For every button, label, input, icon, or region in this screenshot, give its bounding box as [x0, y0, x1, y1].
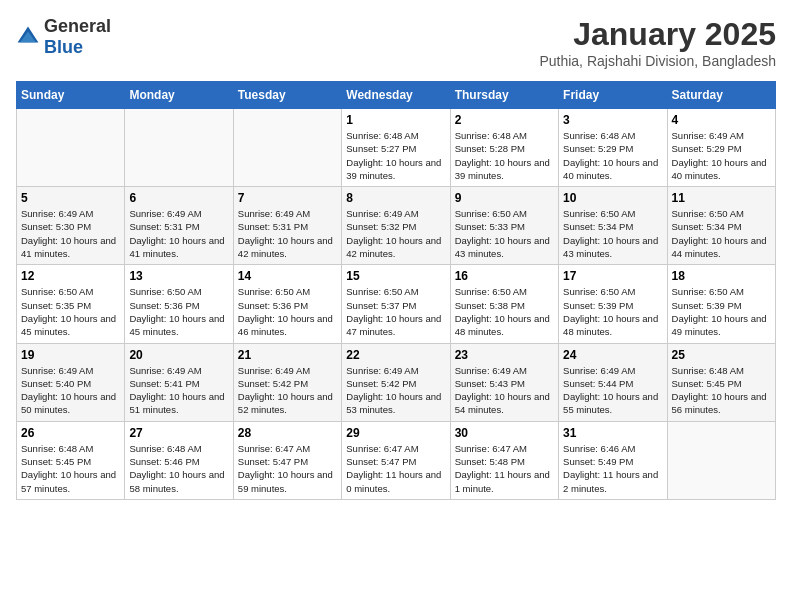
day-number: 23: [455, 348, 554, 362]
day-cell: 20Sunrise: 6:49 AM Sunset: 5:41 PM Dayli…: [125, 343, 233, 421]
day-number: 29: [346, 426, 445, 440]
day-number: 27: [129, 426, 228, 440]
day-cell: 31Sunrise: 6:46 AM Sunset: 5:49 PM Dayli…: [559, 421, 667, 499]
day-number: 7: [238, 191, 337, 205]
day-cell: 6Sunrise: 6:49 AM Sunset: 5:31 PM Daylig…: [125, 187, 233, 265]
title-area: January 2025 Puthia, Rajshahi Division, …: [539, 16, 776, 69]
day-cell: 3Sunrise: 6:48 AM Sunset: 5:29 PM Daylig…: [559, 109, 667, 187]
header-sunday: Sunday: [17, 82, 125, 109]
day-info: Sunrise: 6:49 AM Sunset: 5:42 PM Dayligh…: [346, 364, 445, 417]
day-info: Sunrise: 6:50 AM Sunset: 5:36 PM Dayligh…: [238, 285, 337, 338]
day-info: Sunrise: 6:50 AM Sunset: 5:39 PM Dayligh…: [563, 285, 662, 338]
day-info: Sunrise: 6:47 AM Sunset: 5:47 PM Dayligh…: [346, 442, 445, 495]
day-cell: [17, 109, 125, 187]
day-info: Sunrise: 6:49 AM Sunset: 5:31 PM Dayligh…: [129, 207, 228, 260]
week-row-5: 26Sunrise: 6:48 AM Sunset: 5:45 PM Dayli…: [17, 421, 776, 499]
day-number: 20: [129, 348, 228, 362]
day-number: 26: [21, 426, 120, 440]
day-info: Sunrise: 6:48 AM Sunset: 5:28 PM Dayligh…: [455, 129, 554, 182]
day-number: 17: [563, 269, 662, 283]
calendar-header-row: SundayMondayTuesdayWednesdayThursdayFrid…: [17, 82, 776, 109]
day-number: 15: [346, 269, 445, 283]
location: Puthia, Rajshahi Division, Bangladesh: [539, 53, 776, 69]
day-cell: 26Sunrise: 6:48 AM Sunset: 5:45 PM Dayli…: [17, 421, 125, 499]
header-thursday: Thursday: [450, 82, 558, 109]
day-number: 12: [21, 269, 120, 283]
day-cell: 1Sunrise: 6:48 AM Sunset: 5:27 PM Daylig…: [342, 109, 450, 187]
day-info: Sunrise: 6:49 AM Sunset: 5:32 PM Dayligh…: [346, 207, 445, 260]
day-cell: 15Sunrise: 6:50 AM Sunset: 5:37 PM Dayli…: [342, 265, 450, 343]
day-number: 25: [672, 348, 771, 362]
week-row-3: 12Sunrise: 6:50 AM Sunset: 5:35 PM Dayli…: [17, 265, 776, 343]
day-info: Sunrise: 6:48 AM Sunset: 5:27 PM Dayligh…: [346, 129, 445, 182]
day-number: 3: [563, 113, 662, 127]
day-info: Sunrise: 6:50 AM Sunset: 5:34 PM Dayligh…: [672, 207, 771, 260]
day-info: Sunrise: 6:49 AM Sunset: 5:31 PM Dayligh…: [238, 207, 337, 260]
day-cell: 16Sunrise: 6:50 AM Sunset: 5:38 PM Dayli…: [450, 265, 558, 343]
day-number: 6: [129, 191, 228, 205]
day-info: Sunrise: 6:47 AM Sunset: 5:47 PM Dayligh…: [238, 442, 337, 495]
day-cell: 25Sunrise: 6:48 AM Sunset: 5:45 PM Dayli…: [667, 343, 775, 421]
week-row-1: 1Sunrise: 6:48 AM Sunset: 5:27 PM Daylig…: [17, 109, 776, 187]
day-info: Sunrise: 6:50 AM Sunset: 5:35 PM Dayligh…: [21, 285, 120, 338]
day-cell: 30Sunrise: 6:47 AM Sunset: 5:48 PM Dayli…: [450, 421, 558, 499]
day-info: Sunrise: 6:49 AM Sunset: 5:42 PM Dayligh…: [238, 364, 337, 417]
day-number: 11: [672, 191, 771, 205]
day-number: 31: [563, 426, 662, 440]
week-row-2: 5Sunrise: 6:49 AM Sunset: 5:30 PM Daylig…: [17, 187, 776, 265]
day-info: Sunrise: 6:49 AM Sunset: 5:30 PM Dayligh…: [21, 207, 120, 260]
day-info: Sunrise: 6:49 AM Sunset: 5:41 PM Dayligh…: [129, 364, 228, 417]
day-number: 13: [129, 269, 228, 283]
day-info: Sunrise: 6:48 AM Sunset: 5:46 PM Dayligh…: [129, 442, 228, 495]
day-cell: 23Sunrise: 6:49 AM Sunset: 5:43 PM Dayli…: [450, 343, 558, 421]
header-monday: Monday: [125, 82, 233, 109]
day-number: 9: [455, 191, 554, 205]
day-cell: 13Sunrise: 6:50 AM Sunset: 5:36 PM Dayli…: [125, 265, 233, 343]
header-wednesday: Wednesday: [342, 82, 450, 109]
day-cell: 29Sunrise: 6:47 AM Sunset: 5:47 PM Dayli…: [342, 421, 450, 499]
day-number: 4: [672, 113, 771, 127]
day-cell: 28Sunrise: 6:47 AM Sunset: 5:47 PM Dayli…: [233, 421, 341, 499]
header-tuesday: Tuesday: [233, 82, 341, 109]
day-info: Sunrise: 6:50 AM Sunset: 5:37 PM Dayligh…: [346, 285, 445, 338]
day-cell: 2Sunrise: 6:48 AM Sunset: 5:28 PM Daylig…: [450, 109, 558, 187]
calendar-table: SundayMondayTuesdayWednesdayThursdayFrid…: [16, 81, 776, 500]
day-info: Sunrise: 6:46 AM Sunset: 5:49 PM Dayligh…: [563, 442, 662, 495]
day-cell: 21Sunrise: 6:49 AM Sunset: 5:42 PM Dayli…: [233, 343, 341, 421]
day-cell: 12Sunrise: 6:50 AM Sunset: 5:35 PM Dayli…: [17, 265, 125, 343]
day-info: Sunrise: 6:49 AM Sunset: 5:29 PM Dayligh…: [672, 129, 771, 182]
day-cell: 27Sunrise: 6:48 AM Sunset: 5:46 PM Dayli…: [125, 421, 233, 499]
day-info: Sunrise: 6:50 AM Sunset: 5:39 PM Dayligh…: [672, 285, 771, 338]
day-number: 5: [21, 191, 120, 205]
day-info: Sunrise: 6:49 AM Sunset: 5:43 PM Dayligh…: [455, 364, 554, 417]
day-cell: 17Sunrise: 6:50 AM Sunset: 5:39 PM Dayli…: [559, 265, 667, 343]
day-cell: [233, 109, 341, 187]
day-number: 22: [346, 348, 445, 362]
day-cell: 4Sunrise: 6:49 AM Sunset: 5:29 PM Daylig…: [667, 109, 775, 187]
day-info: Sunrise: 6:48 AM Sunset: 5:45 PM Dayligh…: [21, 442, 120, 495]
day-number: 28: [238, 426, 337, 440]
logo: General Blue: [16, 16, 111, 58]
page-header: General Blue January 2025 Puthia, Rajsha…: [16, 16, 776, 69]
day-info: Sunrise: 6:50 AM Sunset: 5:33 PM Dayligh…: [455, 207, 554, 260]
day-info: Sunrise: 6:49 AM Sunset: 5:44 PM Dayligh…: [563, 364, 662, 417]
day-number: 8: [346, 191, 445, 205]
logo-blue: Blue: [44, 37, 83, 57]
day-cell: 7Sunrise: 6:49 AM Sunset: 5:31 PM Daylig…: [233, 187, 341, 265]
day-info: Sunrise: 6:49 AM Sunset: 5:40 PM Dayligh…: [21, 364, 120, 417]
day-info: Sunrise: 6:48 AM Sunset: 5:29 PM Dayligh…: [563, 129, 662, 182]
day-cell: 11Sunrise: 6:50 AM Sunset: 5:34 PM Dayli…: [667, 187, 775, 265]
header-saturday: Saturday: [667, 82, 775, 109]
day-cell: 9Sunrise: 6:50 AM Sunset: 5:33 PM Daylig…: [450, 187, 558, 265]
day-info: Sunrise: 6:50 AM Sunset: 5:38 PM Dayligh…: [455, 285, 554, 338]
day-cell: 14Sunrise: 6:50 AM Sunset: 5:36 PM Dayli…: [233, 265, 341, 343]
week-row-4: 19Sunrise: 6:49 AM Sunset: 5:40 PM Dayli…: [17, 343, 776, 421]
day-cell: 18Sunrise: 6:50 AM Sunset: 5:39 PM Dayli…: [667, 265, 775, 343]
day-info: Sunrise: 6:47 AM Sunset: 5:48 PM Dayligh…: [455, 442, 554, 495]
day-info: Sunrise: 6:50 AM Sunset: 5:34 PM Dayligh…: [563, 207, 662, 260]
day-number: 1: [346, 113, 445, 127]
day-info: Sunrise: 6:48 AM Sunset: 5:45 PM Dayligh…: [672, 364, 771, 417]
month-title: January 2025: [539, 16, 776, 53]
day-number: 18: [672, 269, 771, 283]
logo-icon: [16, 25, 40, 49]
